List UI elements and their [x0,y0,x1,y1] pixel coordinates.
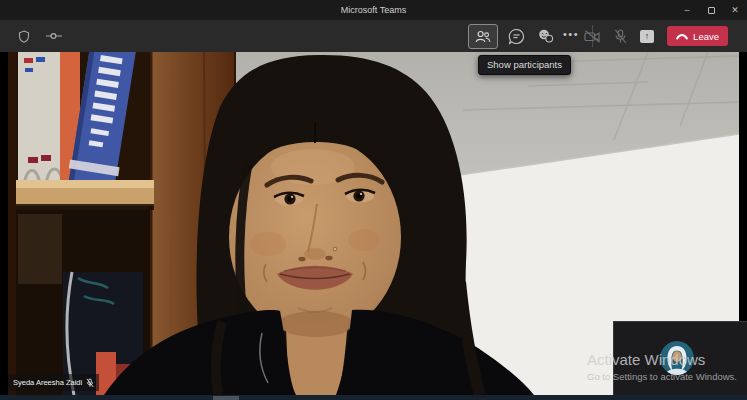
teams-window: Microsoft Teams – ✕ [0,0,747,400]
window-bottom-border [0,395,747,400]
minimize-button[interactable]: – [675,0,699,20]
show-participants-button[interactable] [468,24,498,49]
maximize-icon [708,7,715,14]
window-title: Microsoft Teams [341,5,406,15]
window-resize-notch[interactable] [213,396,239,400]
minimize-icon: – [684,5,689,15]
participants-icon [475,30,491,43]
window-controls: – ✕ [675,0,747,20]
show-participants-tooltip: Show participants [478,55,571,75]
reactions-icon [537,28,554,44]
hang-up-icon [676,33,688,40]
close-button[interactable]: ✕ [723,0,747,20]
toolbar-center-group: ••• [468,20,593,52]
close-icon: ✕ [731,5,739,15]
toolbar-right-group: ↑ Leave [584,20,728,52]
share-screen-button[interactable]: ↑ [640,30,654,43]
chat-icon [508,28,525,45]
leave-button[interactable]: Leave [667,26,728,46]
share-arrow-icon: ↑ [645,32,650,41]
self-avatar [660,341,694,375]
participant-name-label: Syeda Areesha Zaidi [8,374,99,391]
mic-off-button[interactable] [614,29,627,44]
slider-icon[interactable] [46,32,62,40]
meeting-toolbar: ••• ↑ [0,20,747,52]
chat-button[interactable] [505,24,527,49]
mic-off-icon [614,29,627,44]
shield-icon[interactable] [18,30,30,43]
muted-mic-icon [86,378,94,388]
self-view-tile[interactable] [613,321,747,395]
toolbar-left-group [18,20,62,52]
more-options-button[interactable]: ••• [563,29,579,44]
camera-off-button[interactable] [584,30,601,43]
title-bar: Microsoft Teams – ✕ [0,0,747,20]
participant-name: Syeda Areesha Zaidi [13,378,82,387]
reactions-button[interactable] [534,24,556,49]
camera-off-icon [584,30,601,43]
leave-label: Leave [693,31,719,42]
maximize-button[interactable] [699,0,723,20]
meeting-stage: Show participants Syeda Areesha Zaidi [0,52,747,395]
